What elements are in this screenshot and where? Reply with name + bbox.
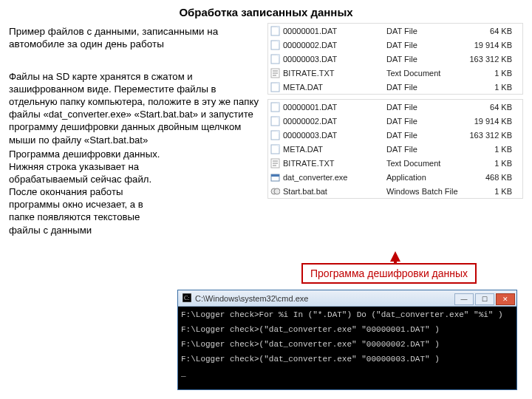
file-type: DAT File — [386, 117, 466, 126]
file-icon — [270, 26, 280, 36]
page-title: Обработка записанных данных — [0, 0, 532, 23]
close-button[interactable]: ✕ — [496, 293, 515, 305]
file-size: 1 KB — [466, 145, 516, 154]
file-size: 163 312 KB — [466, 55, 516, 64]
file-type: DAT File — [386, 55, 466, 64]
arrow-callout-icon — [390, 251, 400, 265]
file-row[interactable]: META.DATDAT File1 KB — [268, 142, 522, 156]
file-name: 00000002.DAT — [282, 117, 386, 126]
file-name: BITRATE.TXT — [282, 69, 386, 78]
file-name: dat_converter.exe — [282, 173, 386, 182]
main-layout: Пример файлов с данными, записанными на … — [0, 23, 532, 236]
file-icon — [270, 130, 280, 140]
cmd-title: C:\Windows\system32\cmd.exe — [195, 294, 308, 303]
file-type: Text Document — [386, 159, 466, 168]
file-size: 1 KB — [466, 159, 516, 168]
file-icon — [270, 116, 280, 126]
file-name: META.DAT — [282, 145, 386, 154]
file-name: META.DAT — [282, 83, 386, 92]
file-name: 00000003.DAT — [282, 55, 386, 64]
file-row[interactable]: 00000003.DATDAT File163 312 KB — [268, 52, 522, 66]
file-size: 468 KB — [466, 173, 516, 182]
svg-rect-25 — [271, 174, 279, 177]
file-list-2: 00000001.DATDAT File64 KB00000002.DATDAT… — [267, 99, 523, 199]
file-type: DAT File — [386, 103, 466, 112]
file-row[interactable]: Start.bat.batWindows Batch File1 KB — [268, 184, 522, 198]
file-row[interactable]: 00000001.DATDAT File64 KB — [268, 24, 522, 38]
paragraph-2: Файлы на SD карте хранятся в сжатом и за… — [9, 70, 260, 146]
maximize-button[interactable]: ☐ — [475, 293, 494, 305]
file-icon — [270, 82, 280, 92]
console-line: _ — [181, 369, 514, 379]
file-row[interactable]: 00000002.DATDAT File19 914 KB — [268, 38, 522, 52]
file-type: Windows Batch File — [386, 187, 466, 196]
file-name: 00000003.DAT — [282, 131, 386, 140]
console-line: F:\Logger check>For %i In ("*.DAT") Do (… — [181, 310, 514, 320]
file-type: Text Document — [386, 69, 466, 78]
file-name: 00000001.DAT — [282, 27, 386, 35]
text-file-icon — [270, 158, 280, 168]
file-type: DAT File — [386, 27, 466, 35]
file-icon — [270, 144, 280, 154]
cmd-titlebar: C: C:\Windows\system32\cmd.exe — ☐ ✕ — [178, 290, 516, 307]
file-row[interactable]: 00000003.DATDAT File163 312 KB — [268, 128, 522, 142]
file-name: 00000002.DAT — [282, 41, 386, 50]
file-size: 1 KB — [466, 187, 516, 196]
file-size: 1 KB — [466, 69, 516, 78]
svg-marker-28 — [390, 251, 400, 265]
window-buttons: — ☐ ✕ — [454, 292, 516, 305]
paragraph-3: Программа дешифровки данных. Нижняя стро… — [9, 148, 168, 236]
file-name: Start.bat.bat — [282, 187, 386, 196]
application-icon — [270, 172, 280, 183]
file-size: 163 312 KB — [466, 131, 516, 140]
console-line: F:\Logger check>("dat_converter.exe" "00… — [181, 324, 514, 335]
cmd-body: F:\Logger check>For %i In ("*.DAT") Do (… — [178, 307, 516, 382]
console-line: F:\Logger check>("dat_converter.exe" "00… — [181, 339, 514, 349]
cmd-window[interactable]: C: C:\Windows\system32\cmd.exe — ☐ ✕ F:\… — [177, 290, 517, 390]
file-row[interactable]: 00000001.DATDAT File64 KB — [268, 100, 522, 114]
svg-point-27 — [274, 188, 280, 194]
callout-decrypt-program: Программа дешифровки данных — [301, 263, 477, 284]
file-icon — [270, 54, 280, 64]
file-type: DAT File — [386, 131, 466, 140]
left-column: Пример файлов с данными, записанными на … — [9, 23, 260, 236]
file-list-1: 00000001.DATDAT File64 KB00000002.DATDAT… — [267, 23, 523, 95]
file-row[interactable]: BITRATE.TXTText Document1 KB — [268, 156, 522, 170]
file-size: 64 KB — [466, 27, 516, 35]
cmd-icon: C: — [183, 293, 191, 304]
text-file-icon — [270, 68, 280, 78]
batch-file-icon — [270, 186, 280, 197]
file-name: BITRATE.TXT — [282, 159, 386, 168]
file-row[interactable]: BITRATE.TXTText Document1 KB — [268, 66, 522, 80]
file-type: DAT File — [386, 145, 466, 154]
file-icon — [270, 40, 280, 50]
file-size: 19 914 KB — [466, 117, 516, 126]
svg-text:C:: C: — [184, 295, 190, 301]
file-type: DAT File — [386, 83, 466, 92]
file-size: 1 KB — [466, 83, 516, 92]
console-line: F:\Logger check>("dat_converter.exe" "00… — [181, 354, 514, 364]
paragraph-1: Пример файлов с данными, записанными на … — [9, 23, 260, 51]
file-size: 64 KB — [466, 103, 516, 112]
file-size: 19 914 KB — [466, 41, 516, 50]
file-row[interactable]: META.DATDAT File1 KB — [268, 80, 522, 94]
file-row[interactable]: 00000002.DATDAT File19 914 KB — [268, 114, 522, 128]
file-name: 00000001.DAT — [282, 103, 386, 112]
minimize-button[interactable]: — — [454, 293, 474, 305]
right-column: 00000001.DATDAT File64 KB00000002.DATDAT… — [267, 23, 523, 236]
file-type: DAT File — [386, 41, 466, 50]
file-type: Application — [386, 173, 466, 182]
file-row[interactable]: dat_converter.exeApplication468 KB — [268, 170, 522, 184]
file-icon — [270, 102, 280, 112]
